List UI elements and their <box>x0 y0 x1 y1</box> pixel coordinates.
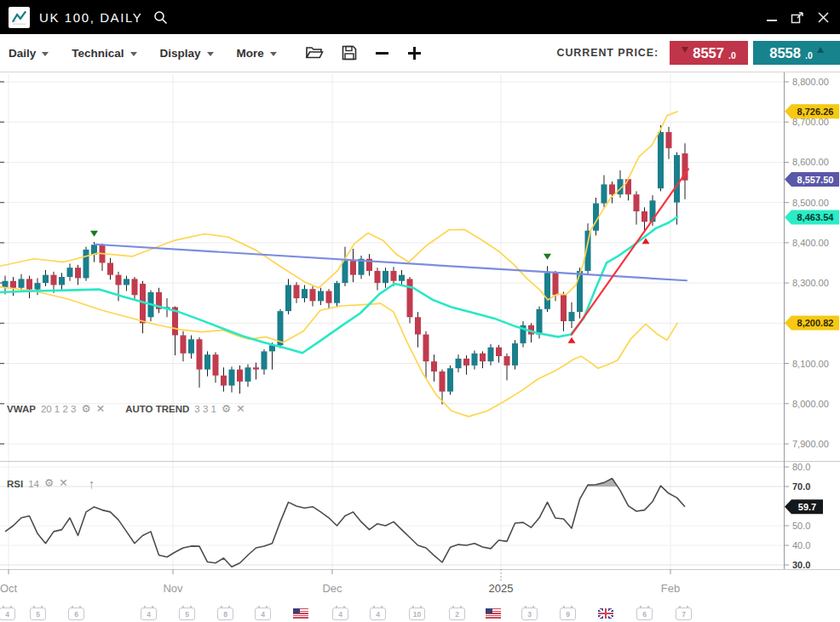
calendar-event-icon[interactable]: 4 <box>255 608 271 620</box>
svg-text:8,463.54: 8,463.54 <box>797 212 835 222</box>
move-pane-up-arrow-icon[interactable]: ↑ <box>89 477 95 490</box>
calendar-event-icon[interactable]: 4 <box>332 608 348 620</box>
price-chart-canvas[interactable]: 8,800.008,700.008,600.008,500.008,400.00… <box>0 72 840 622</box>
current-price-label: CURRENT PRICE: <box>556 47 659 59</box>
uk-flag-event-icon[interactable] <box>598 608 613 619</box>
save-icon[interactable] <box>342 45 357 60</box>
svg-text:40.0: 40.0 <box>792 540 810 550</box>
calendar-event-icon[interactable]: 7 <box>676 608 692 620</box>
calendar-event-icon[interactable]: 8 <box>217 608 233 620</box>
menu-display[interactable]: Display <box>160 47 214 60</box>
svg-text:50.0: 50.0 <box>792 521 810 531</box>
buy-signal-triangle-icon <box>568 337 576 343</box>
zoom-in-icon[interactable] <box>407 46 422 60</box>
ask-price-fraction: .0 <box>805 50 813 60</box>
calendar-event-icon[interactable]: 4 <box>370 608 386 620</box>
chevron-down-icon <box>130 52 137 56</box>
us-flag-event-icon[interactable] <box>486 608 501 619</box>
svg-text:8,800.00: 8,800.00 <box>792 77 829 87</box>
rsi-indicator-row: RSI 14 ⚙ ✕ ↑ <box>7 477 95 490</box>
auto-trend-indicator-params: 3 3 1 <box>194 404 216 414</box>
svg-text:Oct: Oct <box>0 582 17 595</box>
svg-text:70.0: 70.0 <box>792 481 810 492</box>
calendar-event-icon[interactable]: 4 <box>141 608 157 620</box>
rsi-settings-gear-icon[interactable]: ⚙ <box>44 478 54 489</box>
gridlines <box>0 74 784 569</box>
open-folder-icon[interactable] <box>305 45 324 60</box>
zoom-out-icon[interactable] <box>375 46 389 60</box>
popout-button[interactable] <box>791 11 804 24</box>
bid-price-value: 8557 <box>693 45 724 61</box>
vwap-settings-gear-icon[interactable]: ⚙ <box>81 404 90 415</box>
calendar-event-icon[interactable]: 5 <box>179 608 195 620</box>
calendar-event-icon[interactable]: 9 <box>560 608 576 620</box>
minimize-button[interactable] <box>766 11 778 23</box>
auto-trend-remove-icon[interactable]: ✕ <box>236 404 245 415</box>
rsi-indicator-label: RSI <box>7 479 23 489</box>
menu-technical-label: Technical <box>72 47 124 60</box>
svg-text:Feb: Feb <box>661 582 680 595</box>
overlay-indicator-row: VWAP 20 1 2 3 ⚙ ✕ AUTO TREND 3 3 1 ⚙ ✕ <box>7 404 245 415</box>
sell-signal-triangle-icon <box>544 254 551 260</box>
calendar-event-icon[interactable]: 10 <box>409 608 425 620</box>
chevron-down-icon <box>42 52 49 56</box>
svg-text:80.0: 80.0 <box>792 462 810 472</box>
svg-text:30.0: 30.0 <box>792 560 810 570</box>
chevron-down-icon <box>270 52 277 56</box>
svg-text:8,600.00: 8,600.00 <box>792 157 829 167</box>
svg-text:Dec: Dec <box>322 582 342 595</box>
app-logo-icon <box>9 7 30 28</box>
svg-text:8,000.00: 8,000.00 <box>792 399 829 409</box>
menu-daily-label: Daily <box>9 47 36 60</box>
svg-text:Nov: Nov <box>163 582 183 595</box>
calendar-event-icon[interactable]: 2 <box>449 608 465 620</box>
economic-events-row: 4564584441023967 <box>0 607 840 622</box>
chart-area: 8,800.008,700.008,600.008,500.008,400.00… <box>0 72 840 622</box>
arrow-down-icon <box>682 47 688 53</box>
vwap-remove-icon[interactable]: ✕ <box>96 404 105 415</box>
calendar-event-icon[interactable]: 6 <box>636 608 653 620</box>
svg-text:7,900.00: 7,900.00 <box>792 439 829 449</box>
chart-title: UK 100, DAILY <box>39 10 142 25</box>
chevron-down-icon <box>207 52 214 56</box>
ask-price-badge: 8558.0 <box>753 41 840 65</box>
rsi-pane <box>5 479 685 567</box>
search-icon[interactable] <box>153 10 168 25</box>
menu-technical[interactable]: Technical <box>72 47 136 60</box>
svg-text:8,300.00: 8,300.00 <box>792 278 829 288</box>
us-flag-event-icon[interactable] <box>293 608 308 619</box>
calendar-event-icon[interactable]: 4 <box>0 608 15 620</box>
svg-text:8,500.00: 8,500.00 <box>792 198 829 208</box>
svg-text:2025: 2025 <box>489 582 514 595</box>
menu-more[interactable]: More <box>237 47 277 60</box>
rsi-remove-icon[interactable]: ✕ <box>59 478 67 489</box>
bid-price-fraction: .0 <box>728 50 736 60</box>
close-icon[interactable] <box>817 11 830 24</box>
auto-trend-indicator-label: AUTO TREND <box>125 404 189 414</box>
svg-text:59.7: 59.7 <box>798 502 816 512</box>
vwap-indicator-params: 20 1 2 3 <box>41 404 77 414</box>
auto-trend-settings-gear-icon[interactable]: ⚙ <box>222 404 231 415</box>
svg-text:8,100.00: 8,100.00 <box>792 359 829 369</box>
rsi-indicator-params: 14 <box>28 479 39 489</box>
menu-display-label: Display <box>160 47 201 60</box>
arrow-up-icon <box>817 47 824 53</box>
candlestick-series <box>3 125 688 405</box>
svg-text:8,557.50: 8,557.50 <box>797 175 834 185</box>
svg-text:8,400.00: 8,400.00 <box>792 238 829 248</box>
calendar-event-icon[interactable]: 3 <box>521 608 538 620</box>
menu-more-label: More <box>237 47 264 60</box>
ask-price-value: 8558 <box>769 45 801 61</box>
menu-daily[interactable]: Daily <box>9 47 49 60</box>
svg-text:8,726.26: 8,726.26 <box>797 107 834 117</box>
toolbar: Daily Technical Display More CURRENT <box>0 34 840 72</box>
calendar-event-icon[interactable]: 5 <box>30 608 46 620</box>
sell-signal-triangle-icon <box>90 231 98 237</box>
svg-text:8,200.82: 8,200.82 <box>797 318 834 328</box>
vwap-indicator-label: VWAP <box>7 404 36 414</box>
calendar-event-icon[interactable]: 6 <box>68 608 84 620</box>
titlebar: UK 100, DAILY <box>0 0 840 34</box>
window-controls <box>766 11 830 24</box>
bid-price-badge: 8557.0 <box>670 41 748 65</box>
